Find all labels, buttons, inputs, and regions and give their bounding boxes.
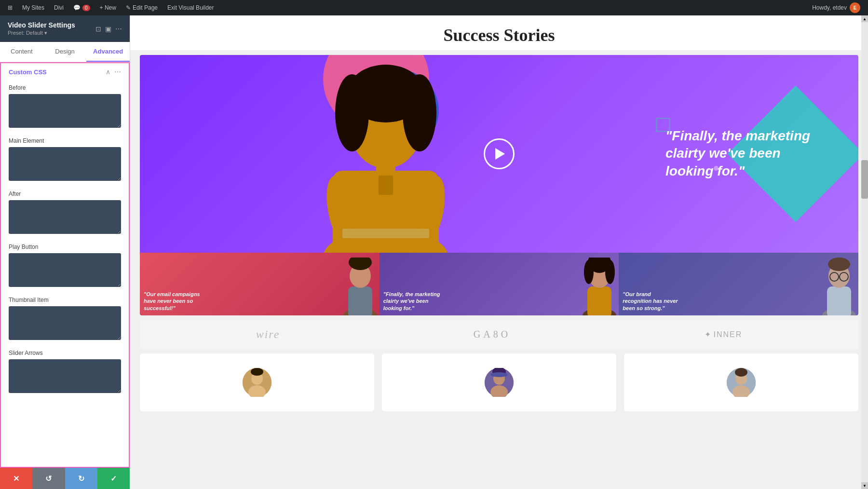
- wp-icon: ⊞: [8, 4, 13, 11]
- tab-advanced[interactable]: Advanced: [86, 42, 130, 62]
- css-before-field: Before: [1, 81, 129, 134]
- css-play-button-label: Play Button: [9, 244, 121, 250]
- css-main-element-textarea[interactable]: [9, 147, 121, 181]
- css-after-textarea[interactable]: [9, 200, 121, 234]
- new-label: + New: [100, 4, 116, 11]
- scrollbar-track[interactable]: [861, 22, 868, 482]
- review-person-svg-3: [727, 368, 756, 397]
- admin-bar: ⊞ My Sites Divi 💬 0 + New ✎ Edit Page Ex…: [0, 0, 868, 15]
- panel-content: Custom CSS ∧ ⋯ Before Main Element After…: [0, 62, 130, 468]
- exit-builder-button[interactable]: Exit Visual Builder: [163, 0, 218, 15]
- redo-icon: ↻: [78, 474, 84, 483]
- custom-css-section-header: Custom CSS ∧ ⋯: [1, 63, 129, 81]
- reset-icon: ↺: [45, 474, 52, 483]
- review-person-svg-2: [485, 368, 514, 397]
- svg-rect-6: [376, 161, 395, 176]
- review-card-2: [382, 353, 616, 411]
- logo-inner: ✦ INNER: [705, 330, 743, 339]
- cancel-button[interactable]: ✕: [0, 468, 32, 489]
- thumbnail-text-3: "Our brand recognition has never been so…: [623, 291, 680, 312]
- thumb-person-svg-1: [341, 258, 380, 315]
- panel-actions: ✕ ↺ ↻ ✓: [0, 468, 130, 489]
- css-thumbnail-item-textarea[interactable]: [9, 306, 121, 340]
- maximize-icon[interactable]: ⊡: [95, 25, 101, 33]
- save-button[interactable]: ✓: [97, 468, 130, 489]
- css-after-field: After: [1, 187, 129, 240]
- page-title-bar: Success Stories: [130, 15, 868, 50]
- svg-point-36: [490, 372, 508, 377]
- play-triangle-icon: [495, 148, 505, 160]
- css-thumbnail-item-field: Thumbnail Item: [1, 293, 129, 346]
- section-header-icons: ∧ ⋯: [106, 68, 121, 76]
- css-play-button-textarea[interactable]: [9, 253, 121, 287]
- video-slider: "Finally, the marketing clairty we've be…: [140, 55, 858, 315]
- thumb-person-2: [580, 258, 619, 315]
- collapse-icon[interactable]: ∧: [106, 68, 110, 76]
- thumbnail-item-1[interactable]: "Our email campaigns have never been so …: [140, 253, 380, 315]
- thumbnail-text-2: "Finally, the marketing clairty we've be…: [383, 291, 441, 312]
- logo-wire: wire: [256, 328, 280, 341]
- panel-preset[interactable]: Preset: Default ▾: [8, 30, 75, 36]
- scrollbar[interactable]: ▲ ▼: [861, 15, 868, 489]
- new-button[interactable]: + New: [96, 0, 120, 15]
- person-image: [285, 55, 487, 253]
- edit-page-label: Edit Page: [133, 4, 158, 11]
- thumb-person-svg-3: [820, 258, 858, 315]
- thumbnail-item-3[interactable]: "Our brand recognition has never been so…: [619, 253, 858, 315]
- my-sites-button[interactable]: My Sites: [18, 0, 48, 15]
- svg-rect-22: [827, 286, 851, 315]
- thumb-person-svg-2: [580, 258, 619, 315]
- logo-gabo: GA8O: [474, 329, 511, 340]
- css-main-element-label: Main Element: [9, 137, 121, 144]
- css-before-textarea[interactable]: [9, 94, 121, 128]
- split-icon[interactable]: ▣: [105, 25, 111, 33]
- reset-button[interactable]: ↺: [32, 468, 65, 489]
- more-icon[interactable]: ⋯: [115, 25, 122, 33]
- thumb-person-1: [341, 258, 380, 315]
- css-slider-arrows-field: Slider Arrows: [1, 346, 129, 399]
- avatar: E: [850, 2, 860, 13]
- main-quote-text: "Finally, the marketing clairty we've be…: [665, 127, 820, 180]
- thumbnails-row: "Our email campaigns have never been so …: [140, 253, 858, 315]
- main-layout: Video Slider Settings Preset: Default ▾ …: [0, 15, 868, 489]
- svg-point-4: [335, 74, 369, 151]
- page-title: Success Stories: [130, 25, 868, 45]
- thumbnail-item-2[interactable]: "Finally, the marketing clairty we've be…: [380, 253, 619, 315]
- howdy-menu[interactable]: Howdy, etdev E: [808, 2, 864, 13]
- divi-button[interactable]: Divi: [50, 0, 68, 15]
- play-button[interactable]: [484, 138, 515, 169]
- admin-bar-right: Howdy, etdev E: [808, 2, 864, 13]
- comment-count: 0: [82, 5, 90, 11]
- thumb-person-3: [820, 258, 858, 315]
- logos-row: wire GA8O ✦ INNER: [140, 320, 858, 349]
- tab-design[interactable]: Design: [43, 42, 87, 62]
- review-avatar-1: [243, 368, 271, 397]
- comments-button[interactable]: 💬 0: [69, 0, 94, 15]
- svg-point-20: [605, 260, 615, 284]
- panel-tabs: Content Design Advanced: [0, 42, 130, 62]
- section-more-icon[interactable]: ⋯: [114, 68, 121, 76]
- svg-point-5: [403, 74, 436, 151]
- scrollbar-up-arrow[interactable]: ▲: [861, 15, 868, 22]
- howdy-text: Howdy, etdev: [812, 4, 847, 11]
- video-main-slide[interactable]: "Finally, the marketing clairty we've be…: [140, 55, 858, 253]
- redo-button[interactable]: ↻: [65, 468, 97, 489]
- wp-logo-button[interactable]: ⊞: [4, 0, 16, 15]
- edit-icon: ✎: [126, 4, 131, 11]
- tab-content[interactable]: Content: [0, 42, 43, 62]
- css-after-label: After: [9, 190, 121, 197]
- panel-title: Video Slider Settings: [8, 21, 75, 29]
- avatar-initial: E: [854, 5, 857, 11]
- edit-page-button[interactable]: ✎ Edit Page: [122, 0, 162, 15]
- review-person-svg-1: [243, 368, 271, 397]
- review-card-3: [624, 353, 858, 411]
- svg-rect-12: [348, 286, 372, 315]
- review-avatar-2: [485, 368, 514, 397]
- logo-inner-star-icon: ✦: [705, 330, 712, 339]
- scrollbar-thumb[interactable]: [861, 160, 868, 199]
- settings-panel: Video Slider Settings Preset: Default ▾ …: [0, 15, 130, 489]
- css-slider-arrows-textarea[interactable]: [9, 359, 121, 393]
- scrollbar-down-arrow[interactable]: ▼: [861, 482, 868, 489]
- person-silhouette: [304, 55, 468, 253]
- custom-css-title: Custom CSS: [9, 68, 47, 76]
